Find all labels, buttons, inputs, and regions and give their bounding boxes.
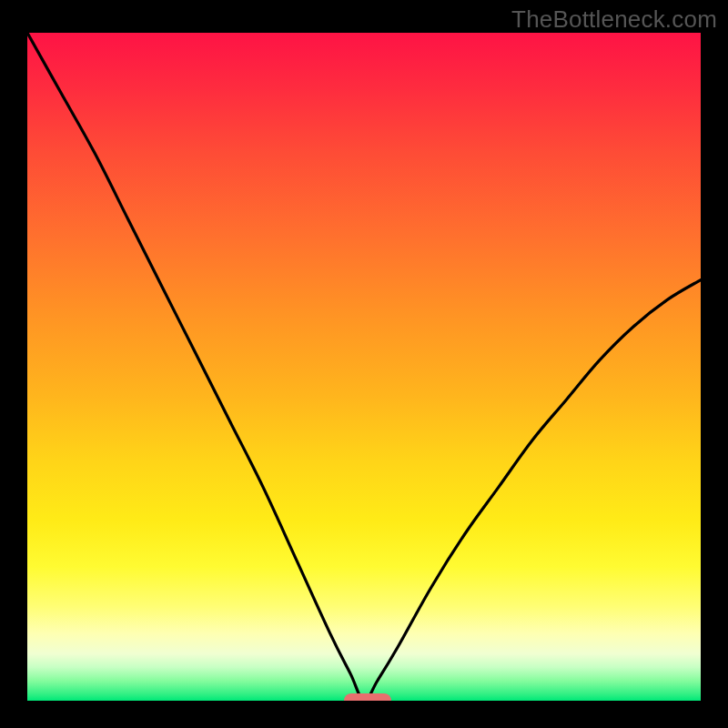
plot-area [27,33,701,701]
curve-svg [27,33,701,701]
bottleneck-curve-path [27,33,701,701]
chart-frame: TheBottleneck.com [0,0,728,728]
attribution-text: TheBottleneck.com [511,5,717,34]
optimal-marker [344,693,391,701]
